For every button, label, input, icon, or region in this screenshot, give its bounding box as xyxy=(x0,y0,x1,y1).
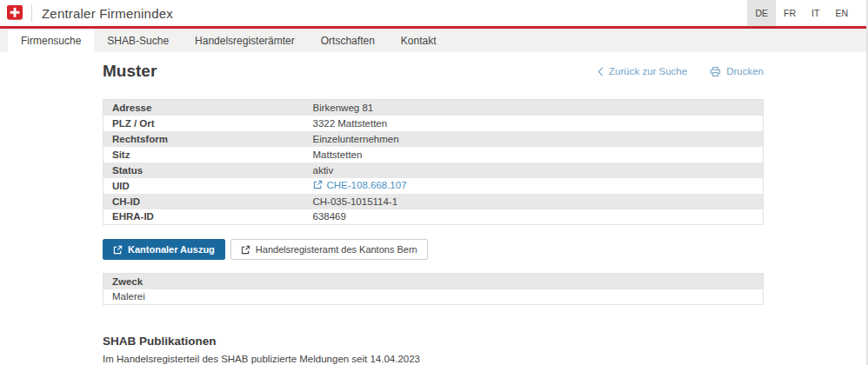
registry-office-label: Handelsregisteramt des Kantons Bern xyxy=(256,244,417,255)
print-link[interactable]: Drucken xyxy=(710,66,764,77)
swiss-cross-logo-icon xyxy=(7,5,23,21)
table-row: UID CHE-108.668.107 xyxy=(103,178,764,194)
main-navigation: Firmensuche SHAB-Suche Handelsregisteräm… xyxy=(0,29,866,52)
table-row: CH-ID CH-035-1015114-1 xyxy=(103,194,764,209)
external-link-icon xyxy=(313,180,323,189)
shab-info-line-1: Im Handelsregisterteil des SHAB publizie… xyxy=(103,353,764,365)
company-details-table: Adresse Birkenweg 81 PLZ / Ort 3322 Matt… xyxy=(103,99,764,225)
tab-ortschaften[interactable]: Ortschaften xyxy=(308,29,388,52)
shab-section-title: SHAB Publikationen xyxy=(103,335,764,348)
detail-label: PLZ / Ort xyxy=(103,116,304,131)
detail-label: UID xyxy=(103,178,304,194)
detail-value: CHE-108.668.107 xyxy=(304,178,764,194)
language-button-en[interactable]: EN xyxy=(827,0,856,26)
printer-icon xyxy=(710,66,721,77)
chevron-left-icon xyxy=(598,67,604,76)
page-actions: Zurück zur Suche Drucken xyxy=(598,66,764,77)
detail-label: EHRA-ID xyxy=(103,209,304,225)
back-to-search-label: Zurück zur Suche xyxy=(609,66,687,76)
detail-value: Mattstetten xyxy=(304,147,764,163)
tab-handelsregisteraemter[interactable]: Handelsregisterämter xyxy=(182,29,308,52)
tab-firmensuche[interactable]: Firmensuche xyxy=(8,29,94,52)
app-header: Zentraler Firmenindex DE FR IT EN xyxy=(0,0,866,26)
table-row: PLZ / Ort 3322 Mattstetten xyxy=(103,116,764,131)
table-row: Status aktiv xyxy=(103,163,764,178)
detail-label: Sitz xyxy=(103,147,304,163)
tab-shab-suche[interactable]: SHAB-Suche xyxy=(94,29,182,52)
cantonal-extract-button[interactable]: Kantonaler Auszug xyxy=(103,239,225,260)
table-row: Rechtsform Einzelunternehmen xyxy=(103,131,764,147)
detail-label: Status xyxy=(103,163,304,178)
external-link-icon xyxy=(113,245,123,255)
detail-value: aktiv xyxy=(304,163,764,178)
page-title: Muster xyxy=(103,62,157,81)
external-link-icon xyxy=(241,245,250,255)
detail-label: Rechtsform xyxy=(103,131,304,147)
registry-office-button[interactable]: Handelsregisteramt des Kantons Bern xyxy=(230,239,428,260)
app-title: Zentraler Firmenindex xyxy=(42,6,173,21)
zweck-value-row: Malerei xyxy=(103,289,764,305)
zweck-table: Zweck Malerei xyxy=(103,273,764,305)
language-switcher: DE FR IT EN xyxy=(747,0,856,26)
detail-value: CH-035-1015114-1 xyxy=(304,194,764,209)
uid-external-link[interactable]: CHE-108.668.107 xyxy=(313,180,407,190)
detail-value: 3322 Mattstetten xyxy=(304,116,764,131)
page-header: Muster Zurück zur Suche Dr xyxy=(103,60,764,83)
header-divider xyxy=(31,4,32,22)
detail-value: Birkenweg 81 xyxy=(304,100,764,116)
print-label: Drucken xyxy=(726,66,764,76)
uid-value: CHE-108.668.107 xyxy=(327,180,407,190)
detail-value: 638469 xyxy=(304,209,764,225)
zweck-header-row: Zweck xyxy=(103,274,764,289)
shab-publications-section: SHAB Publikationen Im Handelsregistertei… xyxy=(103,335,764,365)
detail-label: Adresse xyxy=(103,100,304,116)
main-content: Muster Zurück zur Suche Dr xyxy=(103,60,764,365)
table-row: Sitz Mattstetten xyxy=(103,147,764,163)
cantonal-extract-label: Kantonaler Auszug xyxy=(128,244,215,255)
extract-buttons: Kantonaler Auszug Handelsregisteramt des… xyxy=(103,239,764,260)
tab-kontakt[interactable]: Kontakt xyxy=(388,29,450,52)
zweck-header-label: Zweck xyxy=(103,274,764,289)
back-to-search-link[interactable]: Zurück zur Suche xyxy=(598,66,687,76)
language-button-fr[interactable]: FR xyxy=(776,0,804,26)
language-button-it[interactable]: IT xyxy=(804,0,827,26)
detail-value: Einzelunternehmen xyxy=(304,131,764,147)
table-row: EHRA-ID 638469 xyxy=(103,209,764,225)
language-button-de[interactable]: DE xyxy=(747,0,776,26)
detail-label: CH-ID xyxy=(103,194,304,209)
zweck-value: Malerei xyxy=(103,289,764,305)
table-row: Adresse Birkenweg 81 xyxy=(103,100,764,116)
